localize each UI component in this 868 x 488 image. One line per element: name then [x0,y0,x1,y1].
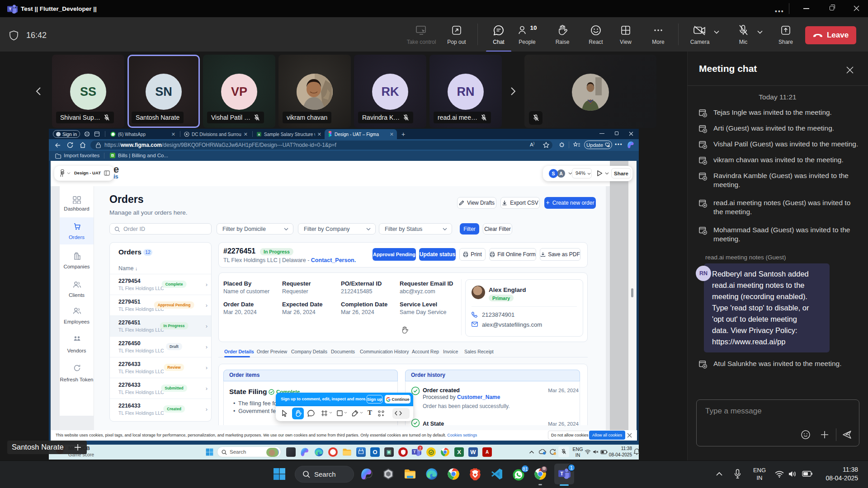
svg-text:!: ! [608,145,609,147]
svg-text:T: T [413,450,416,454]
svg-text:x: x [258,132,260,136]
svg-text:T: T [9,6,12,11]
svg-text:T: T [560,471,563,476]
